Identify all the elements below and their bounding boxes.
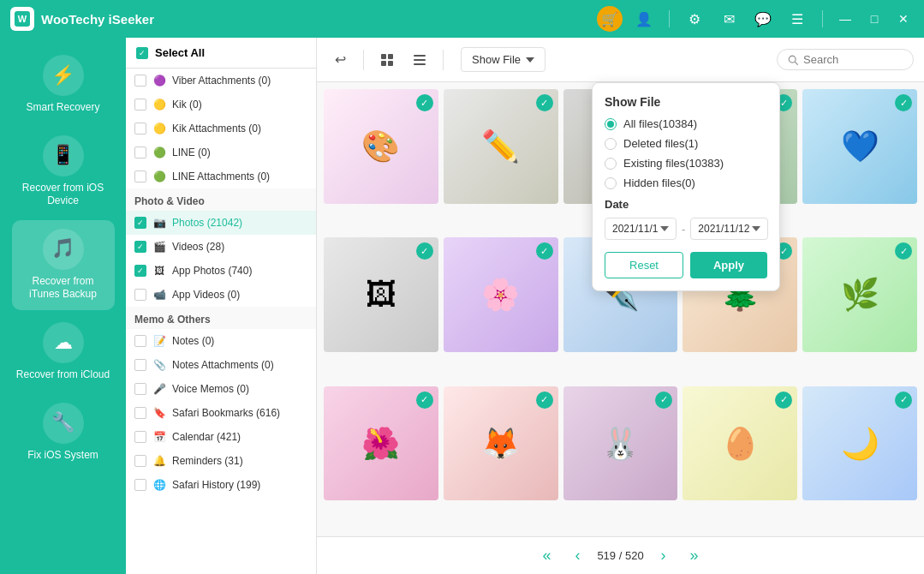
svg-rect-7: [414, 59, 426, 61]
tree-item-notes-attach[interactable]: 📎 Notes Attachments (0): [126, 353, 316, 377]
app-videos-icon: 📹: [152, 287, 167, 302]
minimize-button[interactable]: —: [835, 9, 855, 29]
tree-item-line-attach[interactable]: 🟢 LINE Attachments (0): [126, 164, 316, 188]
show-file-dropdown: Show File All files(10384) Deleted files…: [592, 82, 780, 291]
menu-icon-btn[interactable]: ☰: [784, 6, 810, 32]
svg-rect-5: [388, 61, 393, 66]
filter-all-radio[interactable]: [605, 118, 617, 130]
filter-existing-files[interactable]: Existing files(10383): [605, 157, 767, 170]
image-cell[interactable]: 🌿 ✓: [802, 237, 917, 352]
svg-text:W: W: [18, 14, 27, 24]
apply-button[interactable]: Apply: [690, 252, 767, 278]
chat-icon-btn[interactable]: 💬: [750, 6, 776, 32]
search-input[interactable]: [803, 53, 903, 66]
tree-item-calendar[interactable]: 📅 Calendar (421): [126, 425, 316, 449]
nav-item-fix-ios[interactable]: 🔧 Fix iOS System: [12, 394, 115, 471]
date-to-select[interactable]: 2021/11/12: [690, 218, 768, 240]
grid-view-button[interactable]: [374, 47, 400, 73]
date-from-select[interactable]: 2021/11/1: [605, 218, 677, 240]
tree-item-voice-memos[interactable]: 🎤 Voice Memos (0): [126, 377, 316, 401]
nav-item-recover-itunes[interactable]: 🎵 Recover from iTunes Backup: [12, 220, 115, 310]
image-check-12: ✓: [536, 392, 553, 409]
maximize-button[interactable]: □: [864, 9, 885, 29]
tree-item-safari-history[interactable]: 🌐 Safari History (199): [126, 473, 316, 497]
tree-item-viber-attach[interactable]: 🟣 Viber Attachments (0): [126, 69, 316, 93]
safari-history-checkbox[interactable]: [134, 479, 146, 491]
notes-checkbox[interactable]: [134, 335, 146, 347]
fix-ios-icon: 🔧: [43, 403, 84, 444]
image-cell[interactable]: 🎨 ✓: [324, 89, 438, 204]
pagination-bar: « ‹ 519 / 520 › »: [317, 536, 924, 574]
back-button[interactable]: ↩: [327, 47, 353, 73]
select-all-checkbox[interactable]: ✓: [136, 47, 148, 59]
tree-item-app-photos[interactable]: ✓ 🖼 App Photos (740): [126, 259, 316, 283]
kik-attach-icon: 🟡: [152, 121, 167, 136]
next-page-button[interactable]: ›: [654, 543, 673, 568]
tree-item-line[interactable]: 🟢 LINE (0): [126, 141, 316, 164]
title-divider: [669, 10, 670, 27]
settings-icon-btn[interactable]: ⚙: [682, 6, 707, 32]
tree-item-kik[interactable]: 🟡 Kik (0): [126, 93, 316, 117]
tree-item-kik-attach[interactable]: 🟡 Kik Attachments (0): [126, 117, 316, 141]
image-check-14: ✓: [775, 392, 792, 409]
titlebar: W WooTechy iSeeker 🛒 👤 ⚙ ✉ 💬 ☰ — □ ✕: [0, 0, 924, 38]
image-cell[interactable]: 🌙 ✓: [802, 386, 917, 501]
filter-deleted-files[interactable]: Deleted files(1): [605, 137, 767, 150]
videos-checkbox[interactable]: ✓: [134, 241, 146, 253]
tree-item-videos[interactable]: ✓ 🎬 Videos (28): [126, 235, 316, 259]
viber-attach-checkbox[interactable]: [134, 75, 146, 87]
safari-bookmarks-checkbox[interactable]: [134, 407, 146, 419]
last-page-button[interactable]: »: [683, 543, 706, 568]
photos-checkbox[interactable]: ✓: [134, 217, 146, 229]
line-attach-icon: 🟢: [152, 169, 167, 184]
nav-item-recover-ios[interactable]: 📱 Recover from iOS Device: [12, 127, 115, 217]
user-icon-btn[interactable]: 👤: [631, 6, 657, 32]
section-photo-video: Photo & Video: [126, 188, 316, 211]
first-page-button[interactable]: «: [535, 543, 557, 568]
list-view-button[interactable]: [407, 47, 432, 73]
tree-item-photos[interactable]: ✓ 📷 Photos (21042): [126, 211, 316, 235]
image-cell[interactable]: 🐰 ✓: [563, 386, 678, 501]
image-check-6: ✓: [416, 242, 433, 260]
nav-item-smart-recovery[interactable]: ⚡ Smart Recovery: [12, 46, 115, 123]
svg-line-10: [795, 62, 797, 64]
line-attach-checkbox[interactable]: [134, 170, 146, 182]
close-button[interactable]: ✕: [893, 9, 914, 29]
app-videos-checkbox[interactable]: [134, 289, 146, 301]
reminders-checkbox[interactable]: [134, 455, 146, 467]
cart-icon-btn[interactable]: 🛒: [597, 6, 623, 32]
voice-memos-checkbox[interactable]: [134, 383, 146, 395]
nav-sidebar: ⚡ Smart Recovery 📱 Recover from iOS Devi…: [0, 38, 126, 574]
line-checkbox[interactable]: [134, 146, 146, 158]
tree-item-reminders[interactable]: 🔔 Reminders (31): [126, 449, 316, 473]
image-cell[interactable]: 🦊 ✓: [444, 386, 558, 501]
reset-button[interactable]: Reset: [605, 252, 683, 278]
tree-item-notes[interactable]: 📝 Notes (0): [126, 329, 316, 353]
app-photos-checkbox[interactable]: ✓: [134, 265, 146, 277]
mail-icon-btn[interactable]: ✉: [716, 6, 742, 32]
filter-deleted-radio[interactable]: [605, 138, 617, 150]
prev-page-button[interactable]: ‹: [568, 543, 587, 568]
app-title: WooTechy iSeeker: [41, 12, 597, 27]
image-cell[interactable]: ✏️ ✓: [444, 89, 558, 204]
tree-item-app-videos[interactable]: 📹 App Videos (0): [126, 283, 316, 307]
filter-hidden-radio[interactable]: [605, 177, 617, 189]
image-cell[interactable]: 🥚 ✓: [683, 386, 797, 501]
image-check-7: ✓: [536, 242, 553, 260]
calendar-checkbox[interactable]: [134, 431, 146, 443]
kik-checkbox[interactable]: [134, 99, 146, 111]
nav-item-recover-icloud[interactable]: ☁ Recover from iCloud: [12, 314, 115, 391]
filter-all-files[interactable]: All files(10384): [605, 117, 767, 130]
file-sidebar: ✓ Select All 🟣 Viber Attachments (0) 🟡 K…: [126, 38, 317, 574]
image-cell[interactable]: 🌸 ✓: [444, 237, 558, 352]
image-cell[interactable]: 🌺 ✓: [324, 386, 438, 501]
notes-attach-checkbox[interactable]: [134, 359, 146, 371]
kik-attach-checkbox[interactable]: [134, 123, 146, 135]
tree-item-safari-bookmarks[interactable]: 🔖 Safari Bookmarks (616): [126, 401, 316, 425]
safari-bookmarks-icon: 🔖: [152, 405, 167, 421]
filter-hidden-files[interactable]: Hidden files(0): [605, 176, 767, 189]
image-cell[interactable]: 💙 ✓: [802, 89, 917, 204]
filter-existing-radio[interactable]: [605, 158, 617, 170]
image-cell[interactable]: 🖼 ✓: [324, 237, 438, 352]
show-file-button[interactable]: Show File: [461, 47, 545, 72]
